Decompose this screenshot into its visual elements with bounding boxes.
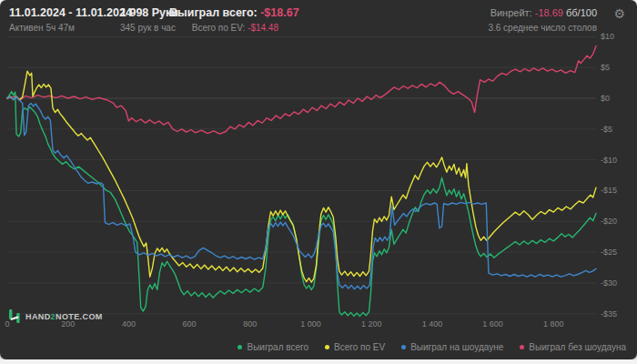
legend-label-ev-total: Всего по EV (334, 342, 385, 352)
won-total-label: Выиграл всего: (169, 6, 258, 19)
winrate-line: Винрейт: -18.69 бб/100 (488, 6, 597, 20)
hand2note-session-graph-window: $10$5$0-$5-$10-$15-$20-$25-$30-$35020040… (0, 0, 637, 359)
session-stats-header: 11.01.2024 - 11.01.2024 Активен 5ч 47м 1… (0, 0, 637, 38)
y-axis-label: -$10 (601, 156, 617, 165)
y-axis-label: -$5 (601, 125, 612, 134)
x-axis-label: 400 (122, 319, 136, 329)
ev-total-value: -$14.48 (248, 23, 278, 33)
winnings-block: Выиграл всего: -$18.67 Всего по EV: -$14… (169, 6, 278, 35)
winnings-graph: $10$5$0-$5-$10-$15-$20-$25-$30-$35020040… (0, 0, 637, 359)
winrate-unit: бб/100 (566, 7, 597, 18)
x-axis-label: 1 800 (543, 319, 564, 329)
legend-item-won-total[interactable]: Выиграл всего (238, 342, 308, 352)
legend-item-ev-total[interactable]: Всего по EV (325, 342, 385, 352)
legend-label-won-no-showdown: Выиграл без шоудауна (529, 342, 626, 352)
x-axis-label: 1 200 (361, 319, 382, 329)
y-axis-label: -$20 (601, 217, 617, 226)
y-axis-label: -$25 (601, 248, 617, 257)
x-axis-label: 1 000 (300, 319, 321, 329)
y-axis-label: -$30 (601, 278, 617, 288)
winrate-block: Винрейт: -18.69 бб/100 3.6 среднее число… (488, 6, 597, 35)
x-axis-label: 600 (183, 319, 197, 329)
x-axis-label: 1 400 (422, 319, 443, 329)
legend-dot-won-showdown (401, 345, 406, 349)
hand2note-logo-text: HAND2NOTE.COM (25, 312, 103, 321)
chart-legend: Выиграл всегоВсего по EVВыиграл на шоуда… (238, 342, 626, 352)
date-range-block: 11.01.2024 - 11.01.2024 Активен 5ч 47м (9, 6, 132, 35)
ev-total-label: Всего по EV: (192, 23, 246, 33)
won-total-value: -$18.67 (260, 6, 298, 19)
winrate-value: -18.69 (535, 7, 563, 18)
hand2note-logo-icon (8, 309, 21, 323)
legend-item-won-no-showdown[interactable]: Выиграл без шоудауна (520, 342, 626, 352)
legend-label-won-showdown: Выиграл на шоудауне (410, 342, 503, 352)
active-time: Активен 5ч 47м (9, 21, 132, 35)
x-axis-label: 1 600 (482, 319, 503, 329)
legend-dot-won-total (238, 345, 242, 349)
legend-item-won-showdown[interactable]: Выиграл на шоудауне (401, 342, 503, 352)
ev-total-line: Всего по EV: -$14.48 (169, 21, 278, 35)
settings-gear-icon[interactable]: ⚙ (613, 7, 625, 20)
hand2note-logo[interactable]: HAND2NOTE.COM (8, 309, 103, 323)
y-axis-label: -$35 (601, 309, 617, 318)
legend-dot-won-no-showdown (520, 345, 524, 349)
won-total-line: Выиграл всего: -$18.67 (169, 6, 278, 20)
y-axis-label: -$15 (601, 186, 617, 195)
y-axis-label: $5 (601, 63, 610, 72)
date-range: 11.01.2024 - 11.01.2024 (9, 6, 132, 20)
avg-tables: 3.6 среднее число столов (488, 21, 597, 35)
chart-plot-area[interactable] (7, 33, 596, 320)
winrate-label: Винрейт: (490, 7, 532, 18)
legend-label-won-total: Выиграл всего (247, 342, 308, 352)
x-axis-label: 800 (243, 319, 257, 329)
legend-dot-ev-total (325, 345, 329, 349)
y-axis-label: $0 (601, 94, 610, 103)
